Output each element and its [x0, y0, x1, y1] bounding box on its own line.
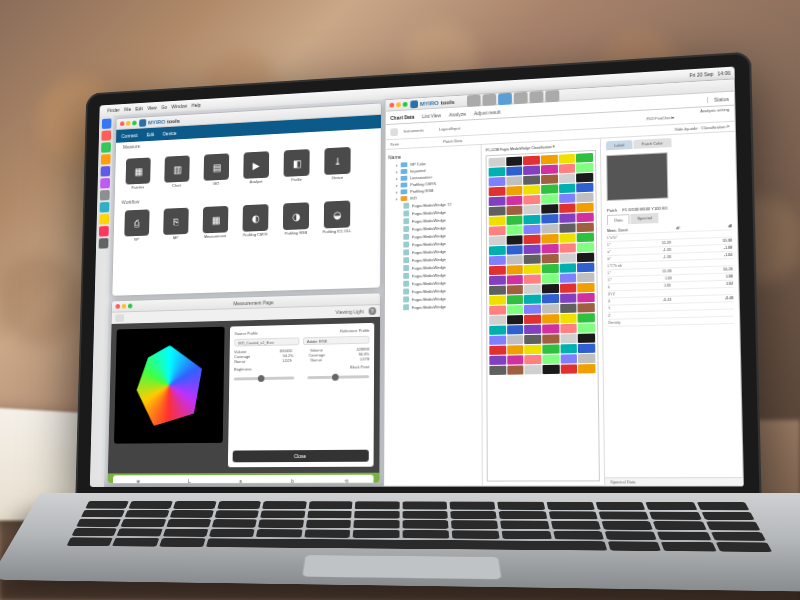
- color-patch[interactable]: [489, 197, 505, 207]
- color-patch[interactable]: [489, 296, 506, 305]
- color-patch[interactable]: [559, 263, 576, 273]
- color-patch[interactable]: [542, 365, 559, 374]
- color-patch[interactable]: [578, 283, 595, 293]
- color-patch[interactable]: [489, 157, 505, 167]
- color-patch[interactable]: [489, 305, 506, 314]
- color-patch[interactable]: [489, 276, 506, 285]
- menu-window[interactable]: Window: [171, 103, 187, 109]
- traffic-lights[interactable]: [120, 121, 137, 127]
- launcher-tile[interactable]: ◐Profiling CMYK: [239, 204, 272, 238]
- color-patch[interactable]: [576, 163, 593, 173]
- color-patch[interactable]: [542, 244, 559, 254]
- dock-icon[interactable]: [100, 154, 110, 165]
- view-mode-3d-icon[interactable]: [115, 314, 124, 322]
- color-patch[interactable]: [523, 175, 540, 185]
- color-patch[interactable]: [524, 264, 541, 274]
- color-patch[interactable]: [506, 265, 523, 275]
- menu-go[interactable]: Go: [161, 104, 167, 110]
- color-patch[interactable]: [559, 233, 576, 243]
- color-patch[interactable]: [507, 365, 524, 374]
- instruments-icon[interactable]: [390, 128, 398, 136]
- tab-adjust[interactable]: Adjust result: [474, 108, 501, 115]
- color-patch[interactable]: [506, 206, 523, 216]
- color-patch[interactable]: [506, 255, 523, 265]
- launcher-tile[interactable]: ▦Measurement: [199, 206, 232, 239]
- color-patch[interactable]: [489, 366, 506, 375]
- dock-icon[interactable]: [98, 226, 108, 237]
- color-patch[interactable]: [578, 354, 595, 364]
- color-patch[interactable]: [542, 264, 559, 274]
- color-patch[interactable]: [559, 174, 576, 184]
- color-patch[interactable]: [506, 176, 523, 186]
- gamut-axis-controls[interactable]: ⊕Lab⟲: [113, 475, 374, 484]
- color-patch[interactable]: [577, 193, 594, 203]
- color-patch[interactable]: [542, 314, 559, 323]
- color-patch[interactable]: [489, 177, 505, 187]
- dock-icon[interactable]: [99, 190, 109, 201]
- color-patch[interactable]: [560, 354, 577, 363]
- color-patch[interactable]: [506, 156, 523, 166]
- color-patch[interactable]: [576, 173, 593, 183]
- color-patch[interactable]: [506, 245, 523, 255]
- tree-item[interactable]: Fogra MediaWedge: [388, 301, 479, 311]
- color-patch[interactable]: [560, 283, 577, 293]
- color-patch[interactable]: [577, 273, 594, 283]
- source-profile-field[interactable]: ISO_Coated_v2_E.icc: [234, 337, 299, 346]
- file-tree[interactable]: Name ▸GP Color▸Imported▸Linearization▸Pr…: [384, 145, 483, 486]
- color-patch[interactable]: [489, 226, 505, 236]
- color-patch[interactable]: [578, 364, 595, 373]
- gamut-3d-view[interactable]: [114, 327, 225, 444]
- tab-chart-data[interactable]: Chart Data: [390, 113, 414, 120]
- launcher-tile[interactable]: ▦Patches: [122, 157, 154, 190]
- color-patch[interactable]: [489, 286, 506, 295]
- toolbar-tab-device[interactable]: Device: [163, 130, 177, 136]
- color-patch[interactable]: [559, 213, 576, 223]
- color-patch[interactable]: [525, 365, 542, 374]
- tool-icon[interactable]: [545, 89, 559, 102]
- color-patch[interactable]: [507, 335, 524, 344]
- color-patch[interactable]: [489, 236, 505, 246]
- color-patch[interactable]: [542, 294, 559, 304]
- color-patch[interactable]: [560, 324, 577, 334]
- menu-help[interactable]: Help: [192, 102, 201, 108]
- tool-icon[interactable]: [498, 92, 512, 104]
- color-patch[interactable]: [559, 193, 576, 203]
- color-patch[interactable]: [559, 223, 576, 233]
- color-patch[interactable]: [558, 154, 575, 164]
- dest-profile-field[interactable]: Adobe RGB: [303, 336, 369, 345]
- tool-icon[interactable]: [467, 94, 481, 106]
- help-icon[interactable]: ?: [369, 307, 377, 315]
- launcher-tile[interactable]: ⤓Device: [321, 147, 355, 181]
- dock-icon[interactable]: [101, 118, 111, 129]
- color-patch[interactable]: [577, 263, 594, 273]
- launcher-tile[interactable]: ◧Profile: [280, 149, 314, 183]
- toolbar-tab-edit[interactable]: Edit: [146, 132, 154, 138]
- color-patch[interactable]: [507, 275, 524, 284]
- color-patch[interactable]: [489, 216, 505, 226]
- color-patch[interactable]: [578, 344, 595, 354]
- dock-icon[interactable]: [99, 202, 109, 213]
- color-patch[interactable]: [577, 203, 594, 213]
- color-patch[interactable]: [524, 185, 541, 195]
- color-patch[interactable]: [541, 184, 558, 194]
- blackpoint-slider[interactable]: [307, 375, 369, 379]
- color-patch[interactable]: [578, 303, 595, 313]
- color-patch[interactable]: [525, 355, 542, 364]
- color-patch[interactable]: [489, 187, 505, 197]
- color-patch[interactable]: [523, 165, 540, 175]
- color-patch[interactable]: [577, 213, 594, 223]
- color-patch[interactable]: [577, 223, 594, 233]
- color-patch[interactable]: [507, 285, 524, 294]
- color-patch[interactable]: [507, 315, 524, 324]
- dock-icon[interactable]: [101, 142, 111, 153]
- launcher-tile[interactable]: ▤ISO: [200, 153, 233, 186]
- color-patch[interactable]: [541, 165, 558, 175]
- color-patch[interactable]: [542, 355, 559, 364]
- color-patch[interactable]: [559, 243, 576, 253]
- color-patch[interactable]: [489, 256, 506, 265]
- toolbar-tab-connect[interactable]: Connect: [121, 132, 137, 138]
- color-patch[interactable]: [489, 266, 506, 275]
- color-patch[interactable]: [524, 254, 541, 264]
- color-patch[interactable]: [507, 345, 524, 354]
- color-patch[interactable]: [523, 156, 540, 166]
